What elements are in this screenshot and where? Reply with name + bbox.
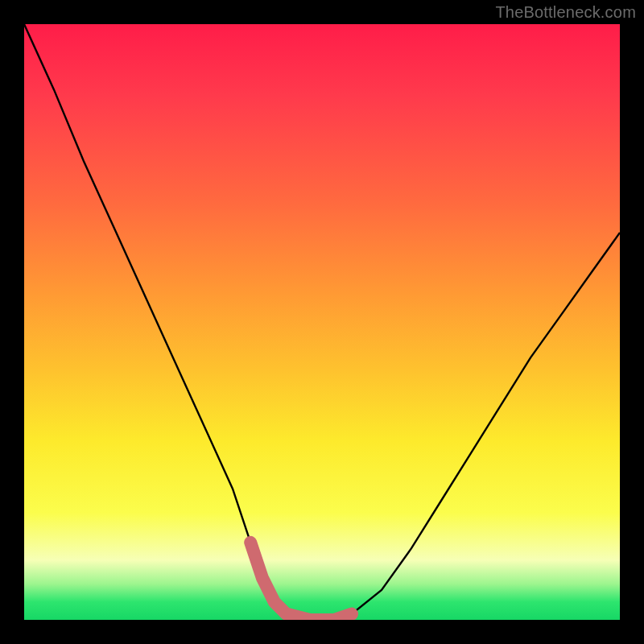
chart-frame: TheBottleneck.com bbox=[0, 0, 644, 644]
bottleneck-curve bbox=[24, 24, 620, 620]
plot-area bbox=[24, 24, 620, 620]
optimal-band bbox=[250, 543, 352, 620]
curve-layer bbox=[24, 24, 620, 620]
watermark-text: TheBottleneck.com bbox=[495, 3, 636, 22]
